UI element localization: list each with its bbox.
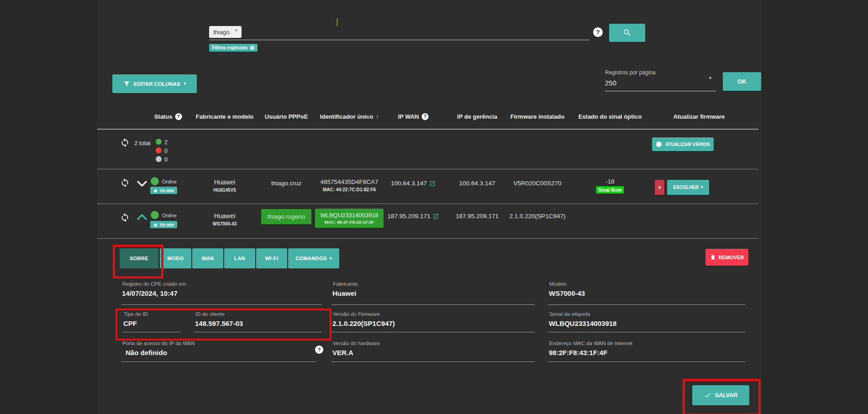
save-label: SALVAR <box>715 392 738 398</box>
online-dot <box>156 139 162 145</box>
ip-wan-value: 187.95.209.171 <box>388 213 431 220</box>
field-label: Versão do hardware <box>331 341 535 346</box>
caret-down-icon[interactable]: ▾ <box>709 75 711 80</box>
field-client-id[interactable]: ID do cliente 148.597.567-03 <box>194 311 322 332</box>
unique-id-cell: 485754435D4F8CA7 MAC: 44:22:7C:D1:82:F6 <box>321 178 379 192</box>
field-value: CPF <box>122 320 180 327</box>
help-icon[interactable]: ? <box>422 113 429 120</box>
column-header-firmware[interactable]: Firmware instalado <box>510 113 564 120</box>
update-many-button[interactable]: ATUALIZAR VÁRIOS <box>652 137 714 151</box>
refresh-icon[interactable] <box>120 178 130 188</box>
ok-button[interactable]: OK <box>723 72 761 91</box>
search-button[interactable] <box>609 24 645 42</box>
save-button[interactable]: SALVAR <box>692 385 749 405</box>
field-label: ID do cliente <box>194 311 322 317</box>
signal-quality-badge: Sinal Bom <box>596 186 624 194</box>
tab-comandos[interactable]: COMANDOS ▾ <box>288 248 339 268</box>
search-help-icon[interactable]: ? <box>593 27 603 37</box>
mac-address: MAC: 44:22:7C:D1:82:F6 <box>323 187 376 192</box>
online-count: 2 <box>164 139 168 146</box>
per-page-select[interactable]: 250 <box>605 79 616 87</box>
serial-number: WLBQU23314003918 <box>320 212 378 219</box>
search-tag-chip[interactable]: thiago. × <box>209 26 242 38</box>
field-value: VER.A <box>331 349 535 356</box>
screen: thiago. × ? Filtros especiais EDITAR COL… <box>0 0 868 414</box>
sort-ascending-icon: ↑ <box>376 114 379 120</box>
column-header-vendor-model[interactable]: Fabricante e modelo <box>196 113 253 120</box>
column-header-ip-mgmt[interactable]: IP de gerência <box>457 113 497 120</box>
status-dot-online <box>151 177 159 185</box>
wan-port-help-icon[interactable]: ? <box>315 346 323 354</box>
remove-button[interactable]: REMOVER <box>705 249 748 266</box>
vendor-name: Huawei <box>214 178 236 186</box>
column-header-vendor-model-label: Fabricante e modelo <box>196 113 253 120</box>
chevron-down-icon[interactable] <box>137 180 147 187</box>
trash-icon <box>710 254 716 260</box>
search-icon <box>623 28 632 37</box>
refresh-icon[interactable] <box>120 138 130 147</box>
status-label: Online <box>162 213 177 218</box>
unknown-count: 0 <box>164 157 168 163</box>
column-header-optical-signal-label: Estado do sinal óptico <box>579 113 642 120</box>
field-value: WS7000-43 <box>548 289 745 297</box>
field-value: WLBQU23314003918 <box>548 320 745 327</box>
tab-comandos-label: COMANDOS <box>295 256 327 261</box>
refresh-icon[interactable] <box>120 213 130 222</box>
firmware-value: V5R020C00S270 <box>513 180 561 187</box>
special-filters-button[interactable]: Filtros especiais <box>209 44 258 52</box>
external-link-icon[interactable] <box>432 213 439 220</box>
edit-columns-button[interactable]: EDITAR COLUNAS ▾ <box>112 74 197 93</box>
column-header-ip-wan[interactable]: IP WAN ? <box>398 113 429 120</box>
field-hardware-version: Versão do hardware VER.A <box>331 341 535 362</box>
field-wan-mac: Endereço MAC da WAN de Internet 98:2F:F8… <box>548 341 745 362</box>
column-header-pppoe[interactable]: Usuário PPPoE <box>265 113 308 120</box>
special-filters-label: Filtros especiais <box>212 45 247 50</box>
field-value: 2.1.0.220(SP1C947) <box>331 320 535 327</box>
column-header-status[interactable]: Status ? <box>154 113 182 120</box>
external-link-icon[interactable] <box>429 180 436 187</box>
tab-wan-label: WAN <box>202 256 214 261</box>
clock-icon <box>656 141 662 147</box>
check-icon <box>704 392 711 399</box>
cancel-firmware-button[interactable]: x <box>655 180 664 195</box>
serial-number: 485754435D4F8CA7 <box>321 178 379 185</box>
caret-down-icon: ▾ <box>330 257 332 261</box>
tab-wan[interactable]: WAN <box>192 248 223 268</box>
protocol-badge: TR-069 <box>150 187 177 194</box>
tab-sobre[interactable]: SOBRE <box>120 248 158 268</box>
lock-icon <box>153 223 158 227</box>
chevron-up-icon[interactable] <box>137 214 147 220</box>
tab-wifi-label: WI-FI <box>265 256 279 261</box>
unknown-dot <box>156 156 162 162</box>
pppoe-highlight-cell: thiago.rogerio <box>261 209 311 224</box>
unique-id-highlight-cell: WLBQU23314003918 MAC: 98:2F:F8:43:1F:4F <box>315 209 384 228</box>
help-icon[interactable]: ? <box>175 113 182 120</box>
signal-value: -18 <box>605 178 615 185</box>
column-header-optical-signal[interactable]: Estado do sinal óptico <box>579 113 642 120</box>
field-wan-access-port[interactable]: Porta de acesso do IP da WAN Não definid… <box>121 341 316 362</box>
model-name: HG8145V5 <box>213 188 236 193</box>
tab-lan[interactable]: LAN <box>224 248 255 268</box>
column-header-pppoe-label: Usuário PPPoE <box>265 113 308 120</box>
column-header-update-firmware[interactable]: Atualizar firmware <box>673 113 725 120</box>
field-id-type[interactable]: Tipo de ID CPF <box>122 311 180 332</box>
model-name: WS7000-43 <box>213 221 237 226</box>
column-header-unique-id[interactable]: Identificador único ↑ <box>320 113 379 120</box>
edit-columns-label: EDITAR COLUNAS <box>134 81 180 87</box>
ip-mgmt-cell: 187.95.209.171 <box>456 213 499 220</box>
offline-dot <box>156 147 162 153</box>
search-tag-remove-icon[interactable]: × <box>235 27 237 33</box>
field-model: Modelo WS7000-43 <box>548 281 745 305</box>
mac-address: MAC: 98:2F:F8:43:1F:4F <box>325 220 374 225</box>
field-label-serial: Serial da etiqueta WLBQU23314003918 <box>548 311 745 332</box>
ip-wan-cell: 187.95.209.171 <box>388 213 439 220</box>
pppoe-user: thiago.cruz <box>271 180 301 187</box>
ip-wan-value: 100.64.3.147 <box>391 180 427 187</box>
field-label: Fabricante <box>331 281 535 287</box>
tab-modo[interactable]: MODO <box>160 248 191 268</box>
choose-firmware-label: ESCOLHER <box>673 185 699 190</box>
search-input[interactable] <box>209 40 589 40</box>
choose-firmware-button[interactable]: ESCOLHER ▾ <box>667 180 709 195</box>
tab-wifi[interactable]: WI-FI <box>256 248 287 268</box>
firmware-cell: 2.1.0.220(SP1C947) <box>509 213 565 220</box>
